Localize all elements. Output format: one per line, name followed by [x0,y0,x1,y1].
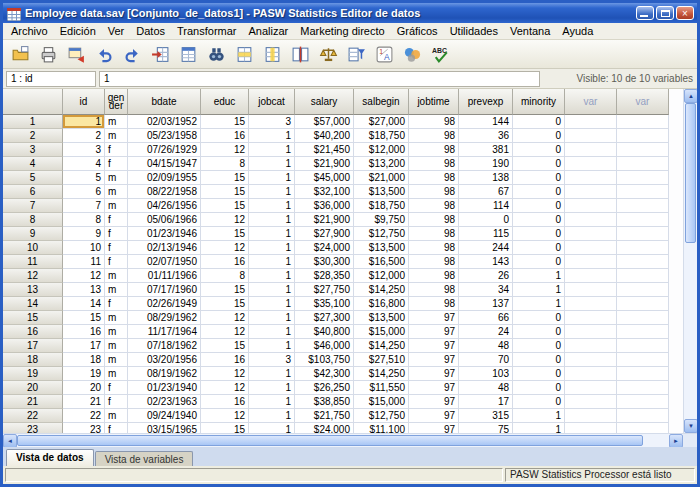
cell-id-row19[interactable]: 19 [63,367,105,381]
cell-educ-row17[interactable]: 15 [201,339,249,353]
cell-gender-row2[interactable]: m [105,129,128,143]
cell-salbegin-row8[interactable]: $9,750 [354,213,409,227]
cell-gender-row17[interactable]: m [105,339,128,353]
cell-var-row12[interactable] [617,269,669,283]
cell-bdate-row20[interactable]: 01/23/1940 [128,381,201,395]
scroll-left-arrow-icon[interactable]: ◄ [3,434,17,448]
cell-jobtime-row18[interactable]: 97 [409,353,459,367]
row-header-4[interactable]: 4 [3,157,63,171]
cell-jobcat-row6[interactable]: 1 [249,185,295,199]
cell-var-row5[interactable] [565,171,617,185]
cell-prevexp-row3[interactable]: 381 [459,143,513,157]
cell-jobcat-row13[interactable]: 1 [249,283,295,297]
cell-var-row14[interactable] [617,297,669,311]
split-file-button[interactable] [287,42,314,67]
cell-salbegin-row13[interactable]: $14,250 [354,283,409,297]
row-header-16[interactable]: 16 [3,325,63,339]
cell-salbegin-row4[interactable]: $13,200 [354,157,409,171]
cell-salbegin-row15[interactable]: $13,500 [354,311,409,325]
cell-prevexp-row2[interactable]: 36 [459,129,513,143]
scroll-down-arrow-icon[interactable]: ▼ [684,419,698,433]
column-header-minority[interactable]: minority [513,89,565,115]
cell-educ-row22[interactable]: 12 [201,409,249,423]
cell-jobtime-row17[interactable]: 97 [409,339,459,353]
cell-salbegin-row20[interactable]: $11,550 [354,381,409,395]
cell-var-row21[interactable] [617,395,669,409]
cell-minority-row12[interactable]: 1 [513,269,565,283]
menu-item-gr-ficos[interactable]: Gráficos [391,24,444,38]
cell-jobcat-row12[interactable]: 1 [249,269,295,283]
column-header-gender[interactable]: gender [105,89,128,115]
cell-bdate-row2[interactable]: 05/23/1958 [128,129,201,143]
cell-jobtime-row6[interactable]: 98 [409,185,459,199]
cell-educ-row20[interactable]: 12 [201,381,249,395]
cell-id-row16[interactable]: 16 [63,325,105,339]
cell-bdate-row7[interactable]: 04/26/1956 [128,199,201,213]
cell-minority-row15[interactable]: 0 [513,311,565,325]
cell-minority-row1[interactable]: 0 [513,115,565,129]
row-header-7[interactable]: 7 [3,199,63,213]
column-header-jobcat[interactable]: jobcat [249,89,295,115]
cell-bdate-row15[interactable]: 08/29/1962 [128,311,201,325]
value-labels-button[interactable]: 1A [371,42,398,67]
cell-jobcat-row19[interactable]: 1 [249,367,295,381]
cell-bdate-row8[interactable]: 05/06/1966 [128,213,201,227]
cell-jobtime-row13[interactable]: 98 [409,283,459,297]
cell-salary-row9[interactable]: $27,900 [295,227,354,241]
menu-item-analizar[interactable]: Analizar [243,24,295,38]
row-header-13[interactable]: 13 [3,283,63,297]
maximize-button[interactable] [656,6,674,20]
cell-salary-row4[interactable]: $21,900 [295,157,354,171]
cell-jobtime-row2[interactable]: 98 [409,129,459,143]
cell-minority-row7[interactable]: 0 [513,199,565,213]
cell-var-row21[interactable] [565,395,617,409]
cell-prevexp-row4[interactable]: 190 [459,157,513,171]
cell-jobcat-row21[interactable]: 1 [249,395,295,409]
cell-jobcat-row1[interactable]: 3 [249,115,295,129]
cell-bdate-row10[interactable]: 02/13/1946 [128,241,201,255]
cell-salary-row20[interactable]: $26,250 [295,381,354,395]
cell-educ-row23[interactable]: 15 [201,423,249,433]
cell-id-row8[interactable]: 8 [63,213,105,227]
cell-salary-row5[interactable]: $45,000 [295,171,354,185]
cell-minority-row18[interactable]: 0 [513,353,565,367]
vertical-scroll-thumb[interactable] [685,103,696,243]
row-header-6[interactable]: 6 [3,185,63,199]
cell-prevexp-row23[interactable]: 75 [459,423,513,433]
cell-var-row16[interactable] [617,325,669,339]
cell-gender-row3[interactable]: f [105,143,128,157]
cell-var-row5[interactable] [617,171,669,185]
cell-gender-row12[interactable]: m [105,269,128,283]
cell-minority-row19[interactable]: 0 [513,367,565,381]
cell-salary-row1[interactable]: $57,000 [295,115,354,129]
cell-salary-row8[interactable]: $21,900 [295,213,354,227]
cell-prevexp-row5[interactable]: 138 [459,171,513,185]
cell-salbegin-row19[interactable]: $14,250 [354,367,409,381]
cell-jobcat-row11[interactable]: 1 [249,255,295,269]
row-header-3[interactable]: 3 [3,143,63,157]
title-bar[interactable]: Employee data.sav [Conjunto_de_datos1] -… [3,3,697,23]
cell-var-row9[interactable] [565,227,617,241]
cell-bdate-row6[interactable]: 08/22/1958 [128,185,201,199]
cell-salary-row7[interactable]: $36,000 [295,199,354,213]
scroll-right-arrow-icon[interactable]: ► [669,434,683,448]
cell-var-row11[interactable] [565,255,617,269]
cell-minority-row22[interactable]: 1 [513,409,565,423]
cell-id-row11[interactable]: 11 [63,255,105,269]
cell-gender-row4[interactable]: f [105,157,128,171]
cell-jobtime-row9[interactable]: 98 [409,227,459,241]
cell-jobtime-row16[interactable]: 97 [409,325,459,339]
insert-variable-button[interactable] [259,42,286,67]
cell-var-row9[interactable] [617,227,669,241]
cell-prevexp-row16[interactable]: 24 [459,325,513,339]
cell-var-row4[interactable] [565,157,617,171]
cell-salary-row14[interactable]: $35,100 [295,297,354,311]
cell-salbegin-row12[interactable]: $12,000 [354,269,409,283]
cell-jobtime-row11[interactable]: 98 [409,255,459,269]
cell-minority-row17[interactable]: 0 [513,339,565,353]
cell-bdate-row4[interactable]: 04/15/1947 [128,157,201,171]
open-data-button[interactable] [7,42,34,67]
cell-salary-row21[interactable]: $38,850 [295,395,354,409]
cell-var-row14[interactable] [565,297,617,311]
cell-salary-row17[interactable]: $46,000 [295,339,354,353]
